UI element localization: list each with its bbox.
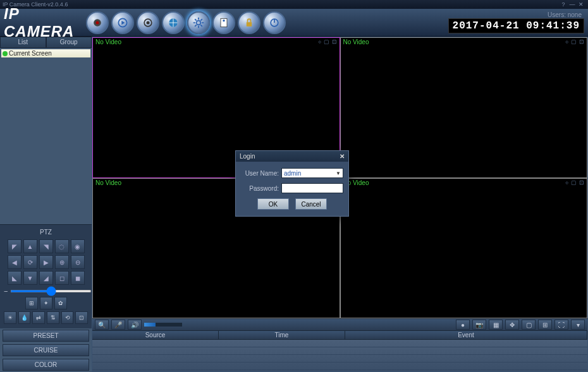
- record-btn-icon[interactable]: ●: [456, 320, 470, 330]
- ptz-extra3-icon[interactable]: ✿: [54, 297, 67, 309]
- dialog-title: Login: [240, 153, 255, 160]
- snapshot-btn-icon[interactable]: 📷: [472, 320, 486, 330]
- video-pane-4[interactable]: No Video⟐▢⊡: [340, 178, 588, 319]
- layout-1-icon[interactable]: ▢: [522, 320, 536, 330]
- pane-icon[interactable]: ⟐: [318, 39, 321, 45]
- pane-icon[interactable]: ⊡: [579, 179, 584, 186]
- users-status: Users: none: [448, 11, 584, 18]
- main-toolbar: [86, 11, 286, 34]
- pane-status: No Video: [95, 39, 121, 45]
- globe-icon[interactable]: [162, 11, 185, 34]
- username-label: User Name:: [241, 170, 279, 177]
- camera-icon[interactable]: [86, 11, 109, 34]
- list-item-label: Current Screen: [9, 50, 52, 57]
- ptz-up-right[interactable]: ◥: [39, 239, 53, 253]
- preset-panel-button[interactable]: PRESET: [3, 330, 89, 342]
- close-icon[interactable]: ✕: [577, 1, 585, 8]
- flip-icon[interactable]: ⇅: [47, 311, 59, 324]
- logo: IP CAMERA: [4, 5, 86, 40]
- tab-group[interactable]: Group: [46, 37, 92, 48]
- lock-icon[interactable]: [238, 11, 260, 34]
- svg-rect-9: [247, 22, 252, 27]
- default-icon[interactable]: ⟲: [61, 311, 74, 324]
- slider-minus-icon[interactable]: −: [4, 287, 8, 295]
- log-header: Source Time Event: [92, 331, 587, 340]
- svg-point-8: [223, 20, 224, 21]
- ptz-focus-near-icon[interactable]: ◻: [55, 271, 69, 285]
- svg-point-6: [197, 20, 201, 25]
- layout-4-icon[interactable]: ⊞: [538, 320, 552, 330]
- layout-grid-icon[interactable]: ▦: [489, 320, 503, 330]
- ptz-zoom-in-icon[interactable]: ⊕: [55, 255, 69, 269]
- ptz-iris-close-icon[interactable]: ◉: [71, 239, 85, 253]
- ptz-focus-far-icon[interactable]: ◼: [71, 271, 85, 285]
- device-list: Current Screen: [0, 48, 92, 224]
- pane-icon[interactable]: ⟐: [565, 39, 568, 45]
- ptz-down-left[interactable]: ◣: [8, 271, 21, 285]
- header-bar: IP CAMERA Users: none 2017-04-21 09:41:3…: [0, 9, 588, 37]
- list-item[interactable]: Current Screen: [1, 49, 90, 57]
- mic-icon[interactable]: 🎤: [111, 320, 125, 330]
- playback-icon[interactable]: [111, 11, 134, 34]
- ptz-speed-slider[interactable]: [10, 290, 92, 292]
- username-select[interactable]: admin ▼: [281, 168, 343, 178]
- log-icon[interactable]: [212, 11, 235, 34]
- username-value: admin: [284, 170, 301, 177]
- snap-icon[interactable]: ⊡: [75, 311, 88, 324]
- ptz-down-right[interactable]: ◢: [39, 271, 53, 285]
- record-icon[interactable]: [137, 11, 159, 34]
- tab-list[interactable]: List: [0, 37, 46, 48]
- volume-slider[interactable]: [144, 323, 182, 327]
- ptz-extra1-icon[interactable]: ⊞: [25, 297, 38, 309]
- settings-icon[interactable]: [187, 11, 210, 34]
- log-col-event[interactable]: Event: [345, 331, 587, 339]
- layout-nav-icon[interactable]: ✥: [505, 320, 519, 330]
- ptz-title: PTZ: [4, 227, 88, 237]
- svg-point-1: [96, 21, 99, 24]
- ok-button[interactable]: OK: [257, 198, 289, 210]
- password-label: Password:: [241, 185, 279, 192]
- ptz-left[interactable]: ◀: [8, 255, 21, 269]
- pane-icon[interactable]: ⟐: [565, 179, 568, 186]
- zoom-icon[interactable]: 🔍: [95, 320, 109, 330]
- ptz-up[interactable]: ▲: [23, 239, 37, 253]
- speaker-icon[interactable]: 🔊: [128, 320, 142, 330]
- password-input[interactable]: [281, 183, 343, 193]
- pane-icon[interactable]: ▢: [324, 39, 329, 45]
- mirror-icon[interactable]: ⇄: [32, 311, 45, 324]
- ptz-up-left[interactable]: ◤: [8, 239, 21, 253]
- light-icon[interactable]: ☀: [4, 311, 16, 324]
- ptz-extra2-icon[interactable]: ✦: [40, 297, 52, 309]
- svg-point-4: [147, 21, 150, 24]
- cancel-button[interactable]: Cancel: [295, 198, 327, 210]
- log-col-source[interactable]: Source: [92, 331, 219, 339]
- ptz-auto-icon[interactable]: ⟳: [23, 255, 37, 269]
- video-controls: 🔍 🎤 🔊 ● 📷 ▦ ✥ ▢ ⊞ ⛶ ▾: [92, 318, 587, 331]
- pane-icon[interactable]: ▢: [571, 39, 577, 45]
- log-col-time[interactable]: Time: [219, 331, 345, 339]
- ptz-panel: PTZ ◤ ▲ ◥ ◌ ◉ ◀ ⟳ ▶ ⊕ ⊖ ◣ ▼ ◢ ◻ ◼ −: [0, 224, 92, 328]
- color-panel-button[interactable]: COLOR: [3, 359, 89, 371]
- fullscreen-icon[interactable]: ⛶: [554, 320, 568, 330]
- ptz-down[interactable]: ▼: [23, 271, 37, 285]
- pane-icon[interactable]: ⊡: [332, 39, 337, 45]
- cruise-panel-button[interactable]: CRUISE: [3, 344, 89, 356]
- log-body: [92, 340, 587, 371]
- pane-status: No Video: [343, 39, 369, 45]
- ptz-right[interactable]: ▶: [39, 255, 53, 269]
- collapse-icon[interactable]: ▾: [571, 320, 585, 330]
- video-pane-2[interactable]: No Video⟐▢⊡: [340, 37, 588, 178]
- help-icon[interactable]: ?: [559, 1, 568, 8]
- login-dialog: Login ✕ User Name: admin ▼ Password: OK …: [235, 150, 349, 217]
- status-led-icon: [3, 51, 8, 56]
- ptz-zoom-out-icon[interactable]: ⊖: [71, 255, 85, 269]
- ptz-iris-open-icon[interactable]: ◌: [55, 239, 69, 253]
- pane-icon[interactable]: ▢: [571, 179, 577, 186]
- chevron-down-icon: ▼: [336, 171, 341, 176]
- wiper-icon[interactable]: 💧: [18, 311, 31, 324]
- dialog-close-icon[interactable]: ✕: [340, 153, 345, 160]
- pane-icon[interactable]: ⊡: [579, 39, 584, 45]
- minimize-icon[interactable]: —: [568, 1, 577, 8]
- power-icon[interactable]: [263, 11, 286, 34]
- pane-status: No Video: [95, 179, 121, 186]
